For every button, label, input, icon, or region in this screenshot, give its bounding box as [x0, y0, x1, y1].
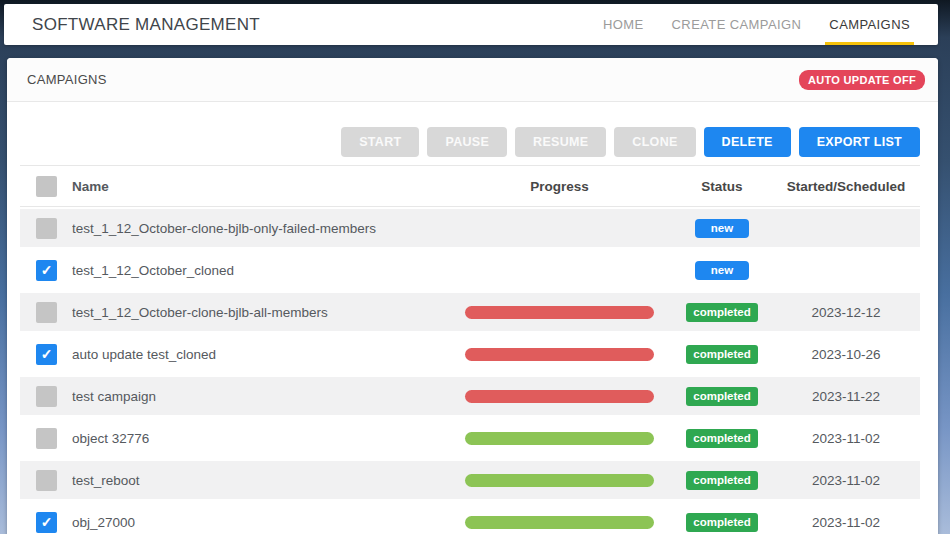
panel-title: CAMPAIGNS: [27, 72, 107, 87]
campaigns-panel: CAMPAIGNS AUTO UPDATE OFF STARTPAUSERESU…: [7, 58, 938, 534]
table-row: test_1_12_October-clone-bjlb-only-failed…: [20, 207, 920, 249]
campaign-name: test_reboot: [72, 473, 447, 488]
campaign-name: test_1_12_October_cloned: [72, 263, 447, 278]
app-header: SOFTWARE MANAGEMENT HOMECREATE CAMPAIGNC…: [4, 4, 938, 45]
started-scheduled-date: 2023-11-02: [772, 431, 920, 446]
row-checkbox[interactable]: [36, 302, 57, 323]
clone-button[interactable]: CLONE: [614, 127, 695, 157]
row-checkbox[interactable]: ✓: [36, 512, 57, 533]
campaign-name: test_1_12_October-clone-bjlb-all-members: [72, 305, 447, 320]
progress-bar: [465, 348, 654, 361]
started-scheduled-date: 2023-12-12: [772, 305, 920, 320]
status-badge: new: [695, 219, 749, 239]
row-checkbox[interactable]: [36, 470, 57, 491]
started-scheduled-date: 2023-11-02: [772, 473, 920, 488]
progress-cell: [447, 348, 672, 361]
campaign-name: test campaign: [72, 389, 447, 404]
campaigns-panel-header: CAMPAIGNS AUTO UPDATE OFF: [7, 58, 938, 102]
status-badge: new: [695, 261, 749, 281]
progress-cell: [447, 390, 672, 403]
nav-item-home[interactable]: HOME: [589, 4, 658, 45]
row-checkbox[interactable]: [36, 218, 57, 239]
pause-button[interactable]: PAUSE: [427, 127, 507, 157]
campaigns-table: Name Progress Status Started/Scheduled t…: [20, 165, 920, 534]
column-header-name[interactable]: Name: [72, 179, 447, 194]
started-scheduled-date: 2023-10-26: [772, 347, 920, 362]
row-checkbox[interactable]: [36, 386, 57, 407]
table-row: test campaigncompleted2023-11-22: [20, 375, 920, 417]
campaign-name: obj_27000: [72, 515, 447, 530]
column-header-started[interactable]: Started/Scheduled: [772, 179, 920, 194]
resume-button[interactable]: RESUME: [515, 127, 606, 157]
app-title: SOFTWARE MANAGEMENT: [32, 15, 260, 35]
progress-cell: [447, 432, 672, 445]
table-row: ✓test_1_12_October_clonednew: [20, 249, 920, 291]
column-header-progress[interactable]: Progress: [447, 179, 672, 194]
status-badge: completed: [686, 513, 758, 533]
progress-cell: [447, 306, 672, 319]
started-scheduled-date: 2023-11-02: [772, 515, 920, 530]
table-row: test_rebootcompleted2023-11-02: [20, 459, 920, 501]
table-row: ✓obj_27000completed2023-11-02: [20, 501, 920, 534]
table-row: ✓auto update test_clonedcompleted2023-10…: [20, 333, 920, 375]
start-button[interactable]: START: [341, 127, 419, 157]
status-badge: completed: [686, 387, 758, 407]
campaign-name: test_1_12_October-clone-bjlb-only-failed…: [72, 221, 447, 236]
started-scheduled-date: 2023-11-22: [772, 389, 920, 404]
auto-update-off-badge[interactable]: AUTO UPDATE OFF: [799, 70, 925, 90]
status-badge: completed: [686, 429, 758, 449]
nav-item-create-campaign[interactable]: CREATE CAMPAIGN: [658, 4, 816, 45]
progress-bar: [465, 306, 654, 319]
column-header-status[interactable]: Status: [672, 179, 772, 194]
campaign-name: auto update test_cloned: [72, 347, 447, 362]
campaign-actions-toolbar: STARTPAUSERESUMECLONEDELETEEXPORT LIST: [7, 102, 938, 165]
progress-cell: [447, 474, 672, 487]
row-checkbox[interactable]: ✓: [36, 260, 57, 281]
table-row: object 32776completed2023-11-02: [20, 417, 920, 459]
progress-bar: [465, 432, 654, 445]
progress-bar: [465, 516, 654, 529]
table-body: test_1_12_October-clone-bjlb-only-failed…: [20, 207, 920, 534]
select-all-checkbox[interactable]: [36, 176, 57, 197]
table-header-row: Name Progress Status Started/Scheduled: [20, 165, 920, 207]
progress-bar: [465, 390, 654, 403]
progress-cell: [447, 516, 672, 529]
delete-button[interactable]: DELETE: [704, 127, 791, 157]
status-badge: completed: [686, 345, 758, 365]
progress-bar: [465, 474, 654, 487]
row-checkbox[interactable]: [36, 428, 57, 449]
nav-item-campaigns[interactable]: CAMPAIGNS: [815, 4, 924, 45]
status-badge: completed: [686, 303, 758, 323]
top-nav: HOMECREATE CAMPAIGNCAMPAIGNS: [589, 4, 938, 45]
campaign-name: object 32776: [72, 431, 447, 446]
row-checkbox[interactable]: ✓: [36, 344, 57, 365]
export-list-button[interactable]: EXPORT LIST: [799, 127, 920, 157]
table-row: test_1_12_October-clone-bjlb-all-members…: [20, 291, 920, 333]
status-badge: completed: [686, 471, 758, 491]
